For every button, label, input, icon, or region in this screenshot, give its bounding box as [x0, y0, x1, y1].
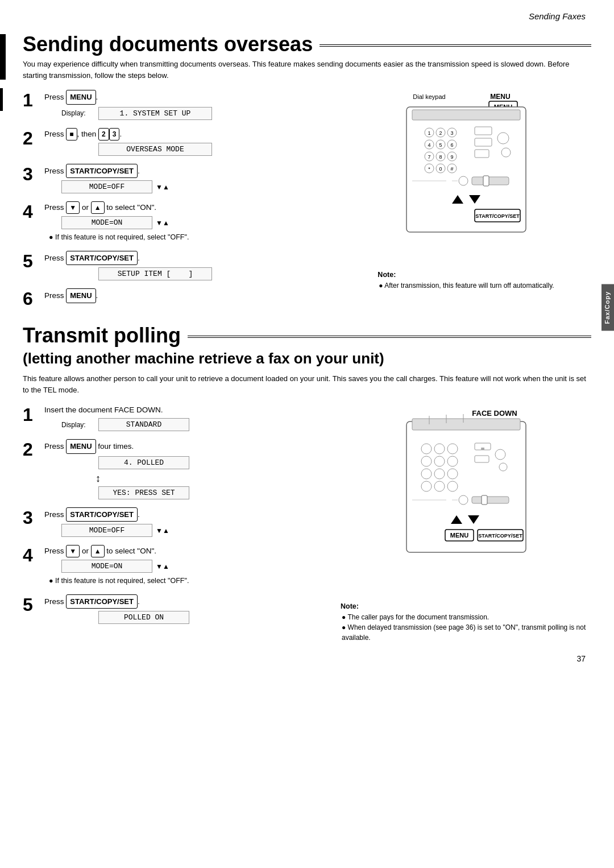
section2-fax-svg: FACE DOWN [395, 404, 537, 598]
header-title: Sending Faxes [529, 11, 586, 21]
s2-step5-num: 5 [23, 596, 44, 614]
down-arrow-s2s4: ▼ [66, 545, 80, 557]
section1-fax-svg: Dial keypad MENU MENU 1 2 3 4 [395, 90, 537, 266]
s2-step1-content: Insert the document FACE DOWN. Display: … [44, 404, 329, 435]
svg-text:MENU: MENU [490, 93, 510, 101]
section1-step6: 6 Press MENU. [23, 288, 329, 308]
step4-note: If this feature is not required, select … [49, 233, 329, 243]
svg-text:3: 3 [450, 130, 453, 136]
section1-step3: 3 Press START/COPY/SET. MODE=OFF ▼▲ [23, 164, 329, 197]
s2-step3-num: 3 [23, 509, 44, 527]
step1-display-value: 1. SYSTEM SET UP [98, 107, 212, 120]
step6-text: Press MENU. [44, 288, 329, 303]
section1-desc: You may experience difficulty when trans… [23, 59, 591, 81]
svg-rect-33 [475, 150, 489, 158]
s2-step1-display: Display: STANDARD [61, 418, 329, 431]
step1-content: Press MENU. Display: 1. SYSTEM SET UP [44, 90, 329, 123]
svg-point-55 [434, 469, 445, 479]
section2-note: Note: The caller pays for the document t… [341, 602, 591, 643]
s2-step4-text: Press ▼ or ▲ to select "ON". [44, 545, 329, 557]
svg-point-34 [501, 148, 511, 157]
up-arrow-s2s4: ▲ [91, 545, 105, 557]
s2-step1-text: Insert the document FACE DOWN. [44, 404, 329, 416]
section1-step2: 2 Press ■, then 23. OVERSEAS MODE [23, 128, 329, 159]
menu-button-s1s1: MENU [66, 90, 96, 105]
s2-step2-num: 2 [23, 440, 44, 458]
svg-text:0: 0 [439, 166, 442, 172]
svg-point-50 [421, 444, 432, 454]
section2-note-item1: The caller pays for the document transmi… [342, 612, 591, 622]
start-copy-set-s1s5: START/COPY/SET [66, 251, 138, 266]
svg-point-37 [459, 176, 468, 185]
s2-step3-content: Press START/COPY/SET. MODE=OFF ▼▲ [44, 507, 329, 541]
s2-step5-content: Press START/COPY/SET. POLLED ON [44, 594, 329, 628]
section1-title: Sending documents overseas [23, 32, 313, 56]
s2-step2-value2: YES: PRESS SET [98, 486, 189, 499]
svg-point-57 [447, 456, 458, 466]
svg-rect-71 [482, 495, 487, 505]
section1: Sending documents overseas You may exper… [23, 32, 591, 312]
svg-text:FACE DOWN: FACE DOWN [472, 409, 517, 418]
section1-title-wrap: Sending documents overseas [23, 32, 591, 56]
menu-s2s2: MENU [66, 439, 96, 454]
svg-point-69 [459, 495, 468, 505]
s2-step5-text: Press START/COPY/SET. [44, 594, 329, 609]
page-header: Sending Faxes [23, 11, 591, 21]
step4-mode: MODE=ON ▼▲ [61, 216, 329, 229]
svg-point-61 [447, 481, 458, 491]
s2-step2-content: Press MENU four times. 4. POLLED ↕ YES: … [44, 439, 329, 503]
step3-content: Press START/COPY/SET. MODE=OFF ▼▲ [44, 164, 329, 197]
svg-text:8: 8 [439, 154, 442, 160]
page-number: 37 [23, 654, 591, 663]
step4-content: Press ▼ or ▲ to select "ON". MODE=ON ▼▲ … [44, 201, 329, 246]
svg-point-60 [434, 481, 445, 491]
svg-text:1: 1 [428, 130, 430, 136]
start-copy-set-s1s3: START/COPY/SET [66, 164, 138, 179]
s2-step4-num: 4 [23, 546, 44, 564]
step1-num: 1 [23, 91, 44, 109]
svg-point-58 [447, 469, 458, 479]
svg-text:═: ═ [480, 446, 484, 451]
up-arrow-s1s4: ▲ [91, 201, 105, 214]
s2-step2-text: Press MENU four times. [44, 439, 329, 454]
svg-point-66 [499, 463, 507, 471]
s2-step2-arrow: ↕ [96, 473, 329, 485]
svg-rect-65 [475, 456, 489, 462]
svg-point-64 [495, 449, 505, 460]
svg-text:START/COPY/SET: START/COPY/SET [478, 533, 522, 539]
section2-steps: 1 Insert the document FACE DOWN. Display… [23, 404, 329, 643]
section2-step1: 1 Insert the document FACE DOWN. Display… [23, 404, 329, 435]
section1-step4: 4 Press ▼ or ▲ to select "ON". MODE=ON ▼… [23, 201, 329, 246]
menu-s1s6: MENU [66, 288, 96, 303]
s2-step3-text: Press START/COPY/SET. [44, 507, 329, 522]
step3-arrows: ▼▲ [156, 183, 169, 191]
svg-text:2: 2 [439, 130, 442, 136]
section2-desc: This feature allows another person to ca… [23, 373, 591, 395]
fax-copy-tab: Fax/Copy [601, 284, 614, 331]
svg-rect-30 [475, 127, 492, 135]
svg-rect-31 [475, 138, 492, 146]
step1-text: Press MENU. [44, 90, 329, 105]
num3-button: 3 [109, 128, 120, 140]
step3-mode: MODE=OFF ▼▲ [61, 180, 329, 193]
step5-text: Press START/COPY/SET. [44, 251, 329, 266]
section2-rule [188, 336, 591, 338]
s2-step5-value: POLLED ON [98, 611, 189, 624]
section2-note-title: Note: [341, 602, 591, 610]
svg-point-56 [447, 444, 458, 454]
section2-step5: 5 Press START/COPY/SET. POLLED ON [23, 594, 329, 628]
svg-text:5: 5 [439, 142, 442, 148]
step2-display-value: OVERSEAS MODE [98, 143, 212, 156]
step1-display-label: Display: [61, 109, 93, 117]
step5-num: 5 [23, 252, 44, 270]
s2-step2-value1: 4. POLLED [98, 456, 189, 469]
svg-rect-39 [483, 176, 489, 186]
svg-text:9: 9 [450, 154, 453, 160]
section2-diagram: FACE DOWN [341, 404, 591, 643]
s2-step2-display1: 4. POLLED [61, 456, 329, 469]
section1-content: 1 Press MENU. Display: 1. SYSTEM SET UP … [23, 90, 591, 312]
section1-note: Note: After transmission, this feature w… [377, 271, 554, 291]
step2-num: 2 [23, 129, 44, 147]
step4-arrows: ▼▲ [156, 219, 169, 227]
svg-text:4: 4 [428, 142, 430, 148]
